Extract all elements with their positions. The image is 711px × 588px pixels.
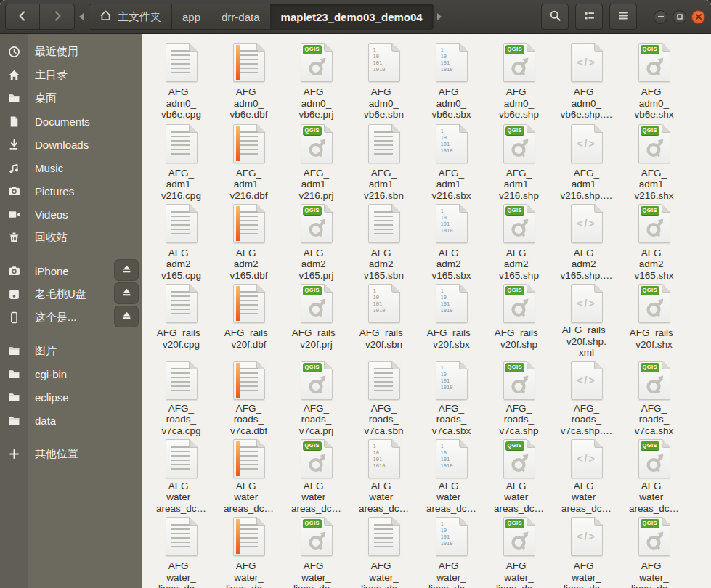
file-item[interactable]: AFG_water_lines_dc… <box>350 514 418 588</box>
file-item[interactable]: AFG_adm2_v165.cpg <box>147 201 215 281</box>
sidebar-item-trash[interactable]: 回收站 <box>0 226 142 249</box>
file-item[interactable]: AFG_adm1_v216.cpg <box>147 121 215 201</box>
file-item[interactable]: AFG_adm0_vb6e.cpg <box>147 40 215 121</box>
sidebar-item-iphone[interactable]: iPhone <box>0 259 142 282</box>
file-item[interactable]: QGISAFG_water_lines_dc… <box>620 514 688 588</box>
file-item[interactable]: </>AFG_adm2_v165.shp.… <box>553 201 620 281</box>
sidebar-item-home[interactable]: 主目录 <box>0 63 142 86</box>
sidebar-item-pictures-folder[interactable]: 图片 <box>0 339 142 362</box>
file-label: AFG_adm1_v216.prj <box>298 168 333 202</box>
minimize-button[interactable] <box>654 10 667 24</box>
file-item[interactable]: </>AFG_water_areas_dc… <box>553 436 620 514</box>
file-item[interactable]: QGISAFG_water_lines_dc… <box>485 514 553 588</box>
breadcrumb-scroll-left-button[interactable] <box>75 4 87 30</box>
file-item[interactable]: AFG_water_areas_dc… <box>147 436 215 514</box>
file-item[interactable]: 1 10 101 1010AFG_water_areas_dc… <box>418 436 485 514</box>
file-item[interactable]: AFG_adm1_v216.sbn <box>350 121 418 201</box>
file-item[interactable]: </>AFG_adm0_vb6e.shp.… <box>553 40 620 121</box>
file-item[interactable]: 1 10 101 1010AFG_adm2_v165.sbx <box>418 201 485 281</box>
file-item[interactable]: 1 10 101 1010AFG_water_areas_dc… <box>350 436 418 514</box>
sidebar-item-recent[interactable]: 最近使用 <box>0 40 142 63</box>
folder-icon <box>0 368 28 380</box>
file-item[interactable]: AFG_water_areas_dc… <box>215 436 283 514</box>
window-controls-separator <box>646 6 646 28</box>
sidebar-item-usb-drive[interactable]: 老毛桃U盘 <box>0 282 142 306</box>
breadcrumb-app[interactable]: app <box>171 4 211 30</box>
file-item[interactable]: AFG_adm1_v216.dbf <box>215 121 283 201</box>
file-item[interactable]: 1 10 101 1010AFG_adm0_vb6e.sbx <box>418 40 485 121</box>
file-item[interactable]: </>AFG_adm1_v216.shp.… <box>553 121 620 201</box>
file-item[interactable]: QGISAFG_adm2_v165.shp <box>485 201 553 281</box>
camera-icon <box>0 265 28 277</box>
sidebar-item-videos[interactable]: Videos <box>0 203 142 226</box>
file-item[interactable]: AFG_rails_v20f.cpg <box>147 281 215 358</box>
file-item[interactable]: QGISAFG_adm1_v216.prj <box>283 121 350 201</box>
file-item[interactable]: QGISAFG_roads_v7ca.prj <box>283 358 350 436</box>
file-item[interactable]: AFG_adm2_v165.dbf <box>215 201 283 281</box>
eject-button[interactable] <box>114 306 139 327</box>
file-item[interactable]: QGISAFG_rails_v20f.prj <box>283 281 350 358</box>
sidebar-item-pictures[interactable]: Pictures <box>0 179 142 203</box>
file-item[interactable]: 1 10 101 1010AFG_adm1_v216.sbx <box>418 121 485 201</box>
breadcrumb-home[interactable]: 主文件夹 <box>89 4 172 30</box>
file-item[interactable]: AFG_water_lines_dc… <box>147 514 215 588</box>
file-item[interactable]: 1 10 101 1010AFG_water_lines_dc… <box>418 514 485 588</box>
forward-button[interactable] <box>40 4 75 30</box>
breadcrumb-drr-data[interactable]: drr-data <box>211 4 271 30</box>
sidebar-item-documents[interactable]: Documents <box>0 110 142 133</box>
file-item[interactable]: AFG_roads_v7ca.dbf <box>215 358 283 436</box>
file-item[interactable]: AFG_adm2_v165.sbn <box>350 201 418 281</box>
sidebar-item-cgi-bin[interactable]: cgi-bin <box>0 362 142 385</box>
file-item[interactable]: AFG_rails_v20f.dbf <box>215 281 283 358</box>
file-item[interactable]: QGISAFG_adm2_v165.shx <box>620 201 688 281</box>
sidebar-item-downloads[interactable]: Downloads <box>0 133 142 156</box>
file-item[interactable]: QGISAFG_adm2_v165.prj <box>283 201 350 281</box>
sidebar-item-other-locations[interactable]: 其他位置 <box>0 442 142 465</box>
breadcrumb-scroll-right-button[interactable] <box>434 4 446 30</box>
eject-button[interactable] <box>114 259 139 281</box>
file-item[interactable]: QGISAFG_water_areas_dc… <box>620 436 688 514</box>
file-item[interactable]: QGISAFG_roads_v7ca.shx <box>620 358 688 436</box>
file-item[interactable]: </>AFG_roads_v7ca.shp.… <box>553 358 620 436</box>
binary-digits: 1 10 101 1010 <box>441 128 453 155</box>
file-item[interactable]: AFG_roads_v7ca.cpg <box>147 358 215 436</box>
sidebar-item-desktop[interactable]: 桌面 <box>0 86 142 110</box>
file-item[interactable]: QGISAFG_adm0_vb6e.prj <box>283 40 350 121</box>
file-item[interactable]: QGISAFG_rails_v20f.shx <box>620 281 688 358</box>
breadcrumb-current-folder[interactable]: maplet23_demo03_demo04 <box>270 4 434 30</box>
file-item[interactable]: 1 10 101 1010AFG_adm0_vb6e.sbn <box>350 40 418 121</box>
file-item[interactable]: AFG_roads_v7ca.sbn <box>350 358 418 436</box>
file-item[interactable]: QGISAFG_water_areas_dc… <box>283 436 350 514</box>
file-name-line: water_ <box>293 572 339 584</box>
sidebar-item-phone-device[interactable]: 这个是... <box>0 306 142 329</box>
file-label: AFG_adm0_vb6e.cpg <box>161 86 201 121</box>
file-item[interactable]: QGISAFG_adm0_vb6e.shx <box>620 40 688 121</box>
file-item[interactable]: </>AFG_water_lines_dc… <box>553 514 620 588</box>
file-item[interactable]: AFG_adm0_vb6e.dbf <box>215 40 283 121</box>
back-button[interactable] <box>5 4 40 30</box>
file-item[interactable]: QGISAFG_rails_v20f.shp <box>485 281 553 358</box>
qgis-badge: QGIS <box>505 126 524 135</box>
file-item[interactable]: </>AFG_rails_v20f.shp.xml <box>553 281 620 358</box>
file-item[interactable]: QGISAFG_adm1_v216.shx <box>620 121 688 201</box>
file-item[interactable]: QGISAFG_water_areas_dc… <box>485 436 553 514</box>
file-item[interactable]: AFG_water_lines_dc… <box>215 514 283 588</box>
view-toggle-button[interactable] <box>575 4 603 30</box>
sidebar-item-music[interactable]: Music <box>0 156 142 179</box>
sidebar-item-eclipse[interactable]: eclipse <box>0 385 142 409</box>
file-item[interactable]: QGISAFG_water_lines_dc… <box>283 514 350 588</box>
close-button[interactable] <box>691 10 705 24</box>
menu-button[interactable] <box>609 4 637 30</box>
file-item[interactable]: QGISAFG_roads_v7ca.shp <box>485 358 553 436</box>
eject-button[interactable] <box>114 282 139 304</box>
file-item[interactable]: QGISAFG_adm1_v216.shp <box>485 121 553 201</box>
file-item[interactable]: 1 10 101 1010AFG_roads_v7ca.sbx <box>418 358 485 436</box>
file-item[interactable]: QGISAFG_adm0_vb6e.shp <box>485 40 553 121</box>
sidebar-item-data[interactable]: data <box>0 409 142 432</box>
page-fold <box>459 124 468 133</box>
file-item[interactable]: 1 10 101 1010AFG_rails_v20f.sbx <box>418 281 485 358</box>
search-button[interactable] <box>541 4 569 30</box>
page-fold <box>662 517 670 526</box>
maximize-button[interactable] <box>673 10 686 24</box>
file-item[interactable]: 1 10 101 1010AFG_rails_v20f.sbn <box>350 281 418 358</box>
